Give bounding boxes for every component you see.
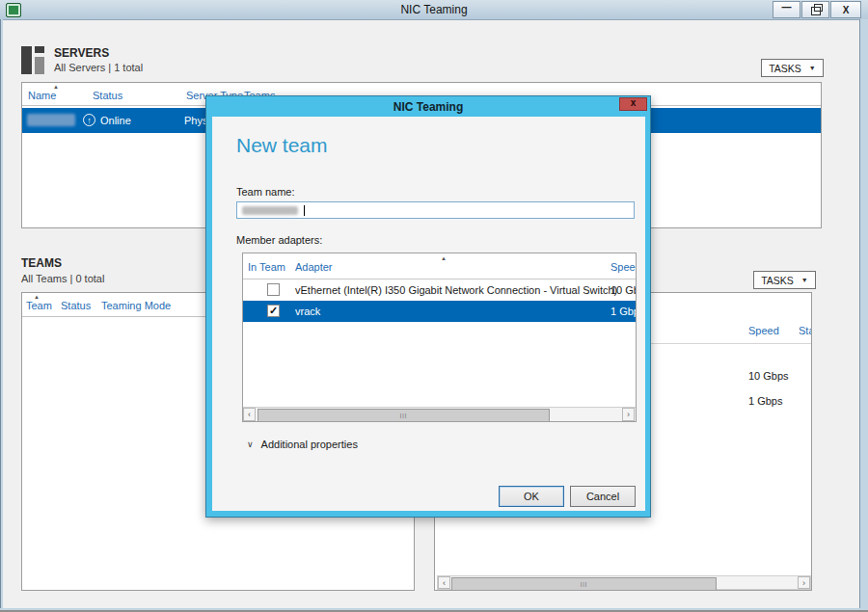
- window-controls: — X: [772, 1, 861, 18]
- additional-properties-label: Additional properties: [261, 439, 358, 450]
- in-team-checkbox-checked[interactable]: ✓: [267, 305, 280, 317]
- grip-icon: |||: [581, 581, 588, 587]
- sort-ascending-icon: ▲: [441, 255, 447, 261]
- column-header-name[interactable]: Name: [28, 90, 56, 101]
- scroll-left-button[interactable]: ‹: [438, 576, 450, 589]
- column-header-state[interactable]: State: [799, 325, 812, 336]
- servers-icon: [21, 44, 47, 74]
- minimize-icon: —: [782, 2, 792, 13]
- scroll-thumb[interactable]: |||: [451, 577, 717, 591]
- adapter-row-name: vEthernet (Intel(R) I350 Gigabit Network…: [295, 284, 617, 296]
- window-border-bottom: [0, 608, 868, 612]
- redacted-server-name: [27, 114, 75, 126]
- servers-title: SERVERS: [54, 46, 109, 60]
- teams-title: TEAMS: [21, 256, 62, 270]
- adapter-row[interactable]: vEthernet (Intel(R) I350 Gigabit Network…: [243, 279, 636, 301]
- scroll-right-button[interactable]: ›: [798, 576, 810, 589]
- chevron-down-icon: ∨: [247, 439, 254, 449]
- adapter-speed: 10 Gbps: [748, 370, 789, 382]
- ok-label: OK: [524, 491, 539, 502]
- column-header-adapter[interactable]: Adapter: [295, 261, 333, 273]
- ok-button[interactable]: OK: [499, 486, 564, 507]
- member-adapters-horizontal-scrollbar[interactable]: ‹ ||| ›: [243, 407, 636, 421]
- column-header-speed[interactable]: Speed: [748, 325, 779, 336]
- adapters-horizontal-scrollbar[interactable]: ‹ ||| ›: [437, 575, 811, 590]
- server-status: Online: [100, 115, 131, 126]
- text-caret: [304, 205, 305, 216]
- adapter-row-name: vrack: [295, 306, 320, 317]
- dialog-close-icon: x: [631, 98, 637, 108]
- member-adapters-header: ▲ In Team Adapter Speed: [243, 253, 636, 279]
- servers-tasks-button[interactable]: TASKS ▼: [761, 59, 824, 77]
- additional-properties-expander[interactable]: ∨ Additional properties: [247, 439, 358, 450]
- scroll-right-button[interactable]: ›: [622, 408, 635, 421]
- restore-button[interactable]: [801, 1, 829, 18]
- cancel-label: Cancel: [586, 491, 619, 502]
- servers-subtitle: All Servers | 1 total: [54, 62, 143, 73]
- window-border-right: [859, 19, 868, 608]
- adapter-speed: 1 Gbps: [748, 395, 782, 407]
- scroll-left-icon: ‹: [248, 410, 251, 419]
- checkmark-icon: ✓: [269, 306, 278, 316]
- redacted-team-name: [242, 206, 298, 215]
- adapter-row-speed: 10 Gbps: [610, 284, 637, 296]
- adapters-tasks-label: TASKS: [761, 275, 794, 286]
- column-header-teaming-mode[interactable]: Teaming Mode: [101, 300, 171, 311]
- dialog-close-button[interactable]: x: [619, 97, 647, 111]
- servers-tasks-label: TASKS: [769, 63, 801, 74]
- close-button[interactable]: X: [830, 1, 861, 18]
- column-header-adapter-speed[interactable]: Speed: [610, 261, 637, 273]
- new-team-dialog: NIC Teaming x New team Team name: Member…: [205, 95, 651, 518]
- column-header-team[interactable]: Team: [26, 300, 52, 311]
- scroll-left-icon: ‹: [443, 578, 446, 588]
- scroll-thumb[interactable]: |||: [258, 409, 550, 422]
- adapter-row-speed: 1 Gbps: [610, 306, 637, 317]
- team-name-input[interactable]: [236, 201, 635, 219]
- column-header-status[interactable]: Status: [93, 90, 122, 101]
- in-team-checkbox-unchecked[interactable]: [267, 283, 280, 296]
- dialog-title: NIC Teaming: [206, 100, 650, 114]
- restore-icon: [811, 7, 821, 15]
- adapters-tasks-button[interactable]: TASKS ▼: [753, 271, 816, 289]
- cancel-button[interactable]: Cancel: [570, 486, 636, 507]
- window-titlebar: NIC Teaming — X: [0, 0, 868, 20]
- close-icon: X: [843, 5, 850, 15]
- window-title: NIC Teaming: [0, 3, 868, 16]
- grip-icon: |||: [400, 412, 408, 418]
- window-border-left: [0, 19, 3, 608]
- status-online-icon: ↑: [83, 114, 95, 126]
- minimize-button[interactable]: —: [773, 1, 800, 18]
- dialog-body: New team Team name: Member adapters: ▲ I…: [212, 117, 645, 511]
- scroll-right-icon: ›: [802, 578, 805, 588]
- scroll-right-icon: ›: [627, 410, 630, 419]
- adapter-row-selected[interactable]: ✓ vrack 1 Gbps: [243, 301, 636, 322]
- member-adapters-list: ▲ In Team Adapter Speed vEthernet (Intel…: [242, 253, 637, 422]
- dropdown-arrow-icon: ▼: [801, 277, 808, 283]
- dropdown-arrow-icon: ▼: [809, 65, 816, 71]
- member-adapters-label: Member adapters:: [236, 234, 322, 246]
- scroll-left-button[interactable]: ‹: [243, 408, 256, 421]
- dialog-heading: New team: [236, 134, 328, 157]
- column-header-in-team[interactable]: In Team: [248, 261, 285, 273]
- teams-subtitle: All Teams | 0 total: [21, 273, 104, 284]
- team-name-label: Team name:: [236, 186, 295, 198]
- column-header-team-status[interactable]: Status: [61, 300, 91, 311]
